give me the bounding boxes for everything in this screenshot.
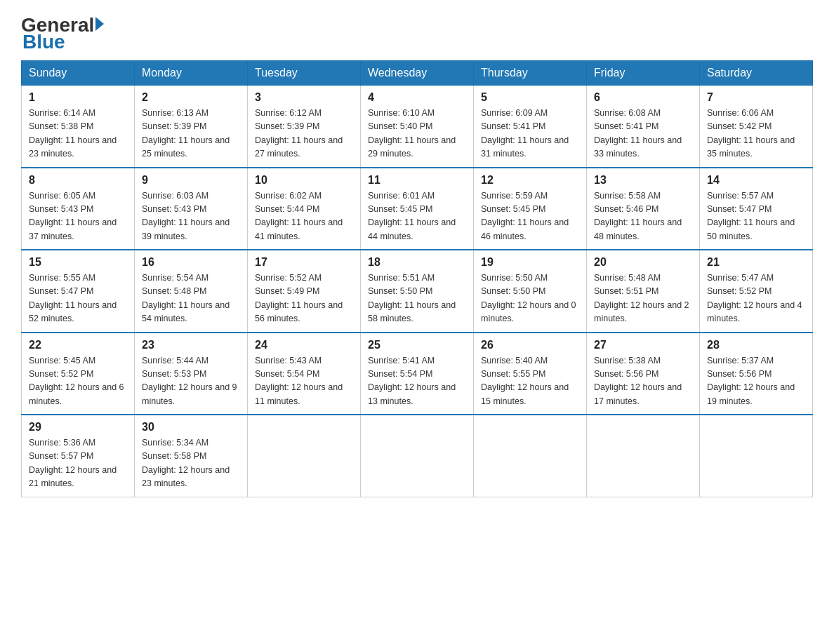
day-info: Sunrise: 5:48 AMSunset: 5:51 PMDaylight:… [594, 273, 689, 323]
calendar-day-cell: 4 Sunrise: 6:10 AMSunset: 5:40 PMDayligh… [361, 86, 474, 168]
day-info: Sunrise: 6:05 AMSunset: 5:43 PMDaylight:… [29, 191, 117, 241]
calendar-day-cell [587, 415, 700, 497]
day-number: 19 [481, 256, 579, 269]
day-number: 14 [707, 174, 805, 187]
weekday-header-sunday: Sunday [22, 61, 135, 86]
weekday-header-row: SundayMondayTuesdayWednesdayThursdayFrid… [22, 61, 813, 86]
day-number: 8 [29, 174, 127, 187]
day-number: 6 [594, 91, 692, 104]
day-info: Sunrise: 5:38 AMSunset: 5:56 PMDaylight:… [594, 356, 682, 406]
day-number: 27 [594, 339, 692, 351]
day-number: 5 [481, 91, 579, 104]
day-number: 1 [29, 91, 127, 104]
day-info: Sunrise: 5:57 AMSunset: 5:47 PMDaylight:… [707, 191, 795, 241]
day-number: 22 [29, 339, 127, 351]
page-header: General Blue [21, 14, 813, 53]
day-info: Sunrise: 5:50 AMSunset: 5:50 PMDaylight:… [481, 273, 576, 323]
calendar-day-cell: 5 Sunrise: 6:09 AMSunset: 5:41 PMDayligh… [474, 86, 587, 168]
calendar-week-row: 1 Sunrise: 6:14 AMSunset: 5:38 PMDayligh… [22, 86, 813, 168]
day-info: Sunrise: 5:47 AMSunset: 5:52 PMDaylight:… [707, 273, 802, 323]
day-info: Sunrise: 6:12 AMSunset: 5:39 PMDaylight:… [255, 108, 343, 159]
calendar-day-cell [700, 415, 813, 497]
day-number: 18 [368, 256, 466, 269]
day-number: 2 [142, 91, 240, 104]
calendar-day-cell: 15 Sunrise: 5:55 AMSunset: 5:47 PMDaylig… [22, 250, 135, 333]
day-number: 7 [707, 91, 805, 104]
day-info: Sunrise: 6:13 AMSunset: 5:39 PMDaylight:… [142, 108, 230, 159]
weekday-header-thursday: Thursday [474, 61, 587, 86]
calendar-day-cell: 16 Sunrise: 5:54 AMSunset: 5:48 PMDaylig… [135, 250, 248, 333]
calendar-day-cell: 26 Sunrise: 5:40 AMSunset: 5:55 PMDaylig… [474, 333, 587, 415]
day-info: Sunrise: 5:54 AMSunset: 5:48 PMDaylight:… [142, 273, 230, 323]
calendar-day-cell: 28 Sunrise: 5:37 AMSunset: 5:56 PMDaylig… [700, 333, 813, 415]
weekday-header-tuesday: Tuesday [248, 61, 361, 86]
day-number: 9 [142, 174, 240, 187]
logo-blue-text: Blue [22, 31, 65, 53]
day-info: Sunrise: 6:06 AMSunset: 5:42 PMDaylight:… [707, 108, 795, 159]
weekday-header-monday: Monday [135, 61, 248, 86]
day-info: Sunrise: 6:10 AMSunset: 5:40 PMDaylight:… [368, 108, 456, 159]
calendar-day-cell: 11 Sunrise: 6:01 AMSunset: 5:45 PMDaylig… [361, 168, 474, 250]
day-number: 16 [142, 256, 240, 269]
calendar-day-cell: 23 Sunrise: 5:44 AMSunset: 5:53 PMDaylig… [135, 333, 248, 415]
day-number: 24 [255, 339, 353, 351]
day-number: 28 [707, 339, 805, 351]
calendar-week-row: 22 Sunrise: 5:45 AMSunset: 5:52 PMDaylig… [22, 333, 813, 415]
day-number: 12 [481, 174, 579, 187]
calendar-day-cell: 24 Sunrise: 5:43 AMSunset: 5:54 PMDaylig… [248, 333, 361, 415]
calendar-day-cell: 30 Sunrise: 5:34 AMSunset: 5:58 PMDaylig… [135, 415, 248, 497]
calendar-day-cell: 22 Sunrise: 5:45 AMSunset: 5:52 PMDaylig… [22, 333, 135, 415]
calendar-day-cell: 12 Sunrise: 5:59 AMSunset: 5:45 PMDaylig… [474, 168, 587, 250]
calendar-day-cell: 13 Sunrise: 5:58 AMSunset: 5:46 PMDaylig… [587, 168, 700, 250]
calendar-week-row: 29 Sunrise: 5:36 AMSunset: 5:57 PMDaylig… [22, 415, 813, 497]
calendar-day-cell: 21 Sunrise: 5:47 AMSunset: 5:52 PMDaylig… [700, 250, 813, 333]
day-info: Sunrise: 6:14 AMSunset: 5:38 PMDaylight:… [29, 108, 117, 159]
calendar-day-cell: 29 Sunrise: 5:36 AMSunset: 5:57 PMDaylig… [22, 415, 135, 497]
calendar-day-cell: 14 Sunrise: 5:57 AMSunset: 5:47 PMDaylig… [700, 168, 813, 250]
day-number: 26 [481, 339, 579, 351]
calendar-day-cell: 3 Sunrise: 6:12 AMSunset: 5:39 PMDayligh… [248, 86, 361, 168]
calendar-day-cell: 10 Sunrise: 6:02 AMSunset: 5:44 PMDaylig… [248, 168, 361, 250]
calendar-day-cell: 6 Sunrise: 6:08 AMSunset: 5:41 PMDayligh… [587, 86, 700, 168]
calendar-day-cell [361, 415, 474, 497]
day-info: Sunrise: 6:09 AMSunset: 5:41 PMDaylight:… [481, 108, 569, 159]
day-number: 11 [368, 174, 466, 187]
calendar-day-cell: 17 Sunrise: 5:52 AMSunset: 5:49 PMDaylig… [248, 250, 361, 333]
day-number: 15 [29, 256, 127, 269]
calendar-table: SundayMondayTuesdayWednesdayThursdayFrid… [21, 60, 813, 497]
calendar-day-cell: 9 Sunrise: 6:03 AMSunset: 5:43 PMDayligh… [135, 168, 248, 250]
day-info: Sunrise: 5:55 AMSunset: 5:47 PMDaylight:… [29, 273, 117, 323]
logo-triangle-icon [95, 17, 104, 31]
calendar-day-cell: 20 Sunrise: 5:48 AMSunset: 5:51 PMDaylig… [587, 250, 700, 333]
calendar-day-cell: 25 Sunrise: 5:41 AMSunset: 5:54 PMDaylig… [361, 333, 474, 415]
day-number: 4 [368, 91, 466, 104]
day-info: Sunrise: 6:01 AMSunset: 5:45 PMDaylight:… [368, 191, 456, 241]
logo: General Blue [21, 14, 104, 53]
calendar-day-cell: 18 Sunrise: 5:51 AMSunset: 5:50 PMDaylig… [361, 250, 474, 333]
calendar-day-cell: 7 Sunrise: 6:06 AMSunset: 5:42 PMDayligh… [700, 86, 813, 168]
day-info: Sunrise: 6:08 AMSunset: 5:41 PMDaylight:… [594, 108, 682, 159]
day-info: Sunrise: 5:45 AMSunset: 5:52 PMDaylight:… [29, 356, 124, 406]
day-info: Sunrise: 5:36 AMSunset: 5:57 PMDaylight:… [29, 438, 117, 488]
day-number: 20 [594, 256, 692, 269]
day-number: 23 [142, 339, 240, 351]
day-number: 25 [368, 339, 466, 351]
calendar-day-cell: 27 Sunrise: 5:38 AMSunset: 5:56 PMDaylig… [587, 333, 700, 415]
calendar-day-cell: 2 Sunrise: 6:13 AMSunset: 5:39 PMDayligh… [135, 86, 248, 168]
day-info: Sunrise: 6:02 AMSunset: 5:44 PMDaylight:… [255, 191, 343, 241]
day-number: 29 [29, 421, 127, 434]
day-number: 10 [255, 174, 353, 187]
weekday-header-friday: Friday [587, 61, 700, 86]
day-info: Sunrise: 5:58 AMSunset: 5:46 PMDaylight:… [594, 191, 682, 241]
day-info: Sunrise: 5:37 AMSunset: 5:56 PMDaylight:… [707, 356, 795, 406]
calendar-day-cell [248, 415, 361, 497]
calendar-day-cell [474, 415, 587, 497]
day-number: 21 [707, 256, 805, 269]
day-info: Sunrise: 5:59 AMSunset: 5:45 PMDaylight:… [481, 191, 569, 241]
day-number: 17 [255, 256, 353, 269]
calendar-day-cell: 19 Sunrise: 5:50 AMSunset: 5:50 PMDaylig… [474, 250, 587, 333]
day-info: Sunrise: 5:51 AMSunset: 5:50 PMDaylight:… [368, 273, 456, 323]
day-info: Sunrise: 5:41 AMSunset: 5:54 PMDaylight:… [368, 356, 456, 406]
day-info: Sunrise: 5:40 AMSunset: 5:55 PMDaylight:… [481, 356, 569, 406]
calendar-day-cell: 8 Sunrise: 6:05 AMSunset: 5:43 PMDayligh… [22, 168, 135, 250]
